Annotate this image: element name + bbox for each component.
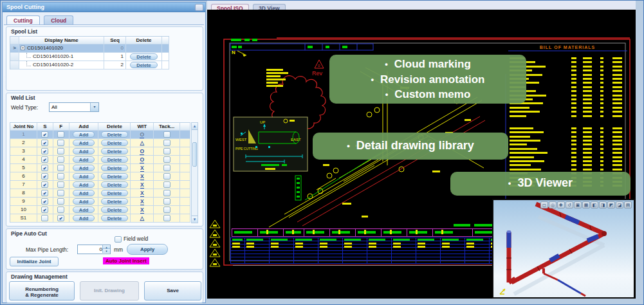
weld-row[interactable]: 8✔AddDeleteX xyxy=(10,189,190,198)
viewer-toolbar-icon[interactable]: ◩ xyxy=(607,201,615,208)
spool-row[interactable]: CD1501401020-22Delete xyxy=(10,61,169,69)
f-checkbox[interactable] xyxy=(57,131,64,138)
3d-viewer-inset[interactable]: ◻◎✚↺▣▦◧◨◩◪▤ xyxy=(492,199,635,299)
f-checkbox[interactable] xyxy=(57,181,64,188)
add-button[interactable]: Add xyxy=(73,165,95,171)
f-checkbox[interactable]: ✔ xyxy=(57,215,64,221)
f-checkbox[interactable] xyxy=(57,173,64,180)
add-button[interactable]: Add xyxy=(73,173,95,180)
add-button[interactable]: Add xyxy=(73,148,95,154)
delete-button[interactable]: Delete xyxy=(130,53,158,60)
scroll-up-icon[interactable]: ▲ xyxy=(192,123,198,130)
delete-button[interactable]: Delete xyxy=(130,62,158,68)
viewer-toolbar-icon[interactable]: ◎ xyxy=(549,201,557,208)
add-button[interactable]: Add xyxy=(73,131,95,138)
max-pipe-length-input[interactable]: ▴ ▾ xyxy=(77,245,111,254)
viewer-toolbar-icon[interactable]: ▣ xyxy=(574,201,582,208)
s-checkbox[interactable]: ✔ xyxy=(41,131,48,138)
save-button[interactable]: Save xyxy=(144,281,201,300)
viewer-toolbar-icon[interactable]: ◪ xyxy=(616,201,623,208)
weld-row[interactable]: 7✔AddDeleteX xyxy=(10,181,190,189)
delete-button[interactable]: Delete xyxy=(101,140,129,146)
tack-checkbox[interactable] xyxy=(163,198,170,205)
tack-checkbox[interactable] xyxy=(163,140,170,146)
weld-grid-scrollbar[interactable]: ▲ ▼ xyxy=(191,122,198,223)
add-button[interactable]: Add xyxy=(73,207,95,213)
tab-cloud[interactable]: Cloud xyxy=(44,15,73,25)
apply-button[interactable]: Apply xyxy=(127,244,168,255)
s-checkbox[interactable]: ✔ xyxy=(41,190,48,196)
add-button[interactable]: Add xyxy=(73,156,95,163)
add-button[interactable]: Add xyxy=(73,198,95,205)
viewer-toolbar-icon[interactable]: ◧ xyxy=(591,201,598,208)
weld-col-6[interactable]: Tack... xyxy=(154,123,180,131)
s-checkbox[interactable]: ✔ xyxy=(41,207,48,213)
weld-row[interactable]: 3✔AddDeleteO xyxy=(10,147,190,156)
field-weld-checkbox[interactable]: Field weld xyxy=(115,236,148,243)
f-checkbox[interactable] xyxy=(57,140,64,146)
weld-row[interactable]: S1✔AddDelete△ xyxy=(10,214,190,223)
delete-button[interactable]: Delete xyxy=(101,181,129,188)
tack-checkbox[interactable] xyxy=(163,165,170,171)
delete-button[interactable]: Delete xyxy=(101,131,129,138)
tack-checkbox[interactable] xyxy=(163,207,170,213)
f-checkbox[interactable] xyxy=(57,207,64,213)
weld-col-3[interactable]: Add xyxy=(69,123,99,131)
delete-button[interactable]: Delete xyxy=(101,198,129,205)
weld-col-1[interactable]: S xyxy=(37,123,53,131)
viewer-toolbar-icon[interactable]: ↺ xyxy=(566,201,573,208)
initialize-joint-button[interactable]: Initialize Joint xyxy=(10,257,59,266)
add-button[interactable]: Add xyxy=(73,190,95,196)
s-checkbox[interactable]: ✔ xyxy=(41,140,48,146)
tack-checkbox[interactable] xyxy=(163,156,170,163)
weld-col-4[interactable]: Delete xyxy=(98,123,131,131)
scroll-down-icon[interactable]: ▼ xyxy=(192,216,198,223)
weld-row[interactable]: 5✔AddDeleteX xyxy=(10,164,190,172)
add-button[interactable]: Add xyxy=(73,140,95,146)
delete-button[interactable]: Delete xyxy=(101,190,129,196)
f-checkbox[interactable] xyxy=(57,156,64,163)
s-checkbox[interactable]: ✔ xyxy=(41,181,48,188)
renumbering-regenerate-button[interactable]: Renumbering & Regenerate xyxy=(9,281,75,300)
weld-col-0[interactable]: Joint No xyxy=(10,123,37,131)
f-checkbox[interactable] xyxy=(57,198,64,205)
f-checkbox[interactable] xyxy=(57,190,64,196)
spool-row[interactable]: >CD15014010200 xyxy=(10,44,169,53)
chevron-down-icon[interactable]: ▾ xyxy=(90,103,98,111)
weld-row[interactable]: 6✔AddDeleteX xyxy=(10,172,190,181)
weld-col-2[interactable]: F xyxy=(53,123,69,131)
f-checkbox[interactable] xyxy=(57,148,64,154)
weld-row[interactable]: 10✔AddDeleteX xyxy=(10,206,190,214)
scrollbar-thumb[interactable] xyxy=(192,142,197,167)
s-checkbox[interactable]: ✔ xyxy=(41,173,48,180)
weld-col-5[interactable]: WIT xyxy=(131,123,154,131)
quantity-stepper[interactable]: ▴ ▾ xyxy=(102,245,110,254)
init-drawing-button[interactable]: Init. Drawing xyxy=(80,281,139,300)
viewer-toolbar-icon[interactable]: ◨ xyxy=(599,201,607,208)
delete-button[interactable]: Delete xyxy=(101,156,129,163)
iso-drawing-viewport[interactable]: N 0 Rev xyxy=(207,10,636,299)
s-checkbox[interactable]: ✔ xyxy=(41,156,48,163)
s-checkbox[interactable] xyxy=(41,215,48,221)
delete-button[interactable]: Delete xyxy=(101,207,129,213)
viewer-toolbar-icon[interactable]: ▦ xyxy=(582,201,590,208)
tack-checkbox[interactable] xyxy=(163,181,170,188)
s-checkbox[interactable]: ✔ xyxy=(41,165,48,171)
f-checkbox[interactable] xyxy=(57,165,64,171)
add-button[interactable]: Add xyxy=(73,181,95,188)
col-seq[interactable]: Seq xyxy=(104,37,126,44)
add-button[interactable]: Add xyxy=(73,215,95,221)
viewer-toolbar-icon[interactable]: ◻ xyxy=(540,201,548,208)
s-checkbox[interactable]: ✔ xyxy=(41,198,48,205)
weld-row[interactable]: 9✔AddDeleteX xyxy=(10,198,190,206)
tack-checkbox[interactable] xyxy=(163,173,170,180)
collapse-icon[interactable] xyxy=(21,46,25,50)
pin-icon[interactable] xyxy=(195,4,203,11)
tack-checkbox[interactable] xyxy=(163,215,170,221)
checkbox-icon[interactable] xyxy=(115,236,122,243)
weld-row[interactable]: 2✔AddDelete△ xyxy=(10,139,190,147)
weld-row[interactable]: 1✔AddDeleteO xyxy=(10,131,190,139)
delete-button[interactable]: Delete xyxy=(101,173,129,180)
tack-checkbox[interactable] xyxy=(163,131,170,138)
col-display-name[interactable]: Display Name xyxy=(19,37,104,44)
